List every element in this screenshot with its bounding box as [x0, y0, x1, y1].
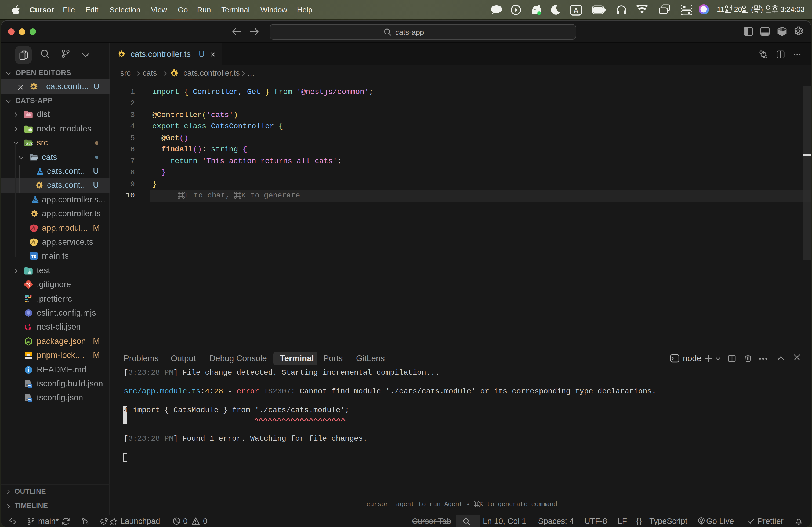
svg-text:TS: TS — [28, 399, 32, 402]
svg-text:A: A — [574, 6, 578, 14]
svg-text:TS: TS — [28, 385, 32, 388]
svg-text:JS: JS — [26, 340, 31, 344]
svg-text:</>: </> — [26, 142, 33, 147]
svg-text:TS: TS — [31, 254, 36, 259]
